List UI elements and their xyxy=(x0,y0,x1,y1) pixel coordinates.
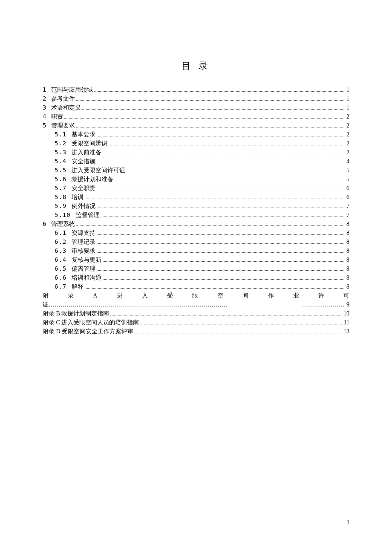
toc-entry-number: 5.10 xyxy=(43,211,76,220)
toc-entry: 5.8培训6 xyxy=(43,193,349,202)
toc-entry: 5.4安全措施4 xyxy=(43,157,349,166)
toc-entry-number: 6.3 xyxy=(43,246,72,255)
toc-entry-number: 5.9 xyxy=(43,202,72,211)
toc-leader-dots xyxy=(135,330,342,333)
toc-entry-label: 范围与应用领域 xyxy=(51,85,93,94)
toc-appendix-a-char: 业 xyxy=(293,291,299,300)
toc-appendix-page: 13 xyxy=(343,327,349,336)
toc-entry: 2参考文件1 xyxy=(43,94,349,103)
toc-entry-label: 管理系统 xyxy=(51,220,75,228)
toc-entry-number: 6.5 xyxy=(43,264,72,273)
toc-leader-dots xyxy=(85,286,345,289)
toc-leader-dots xyxy=(97,268,345,271)
toc-entry: 6.1资源支持8 xyxy=(43,228,349,237)
toc-appendix-a-prefix: 证……………………………………………………………………………… xyxy=(43,300,228,309)
toc-entry-label: 进入受限空间许可证 xyxy=(72,166,125,175)
toc-entry: 5.3进入前准备2 xyxy=(43,148,349,157)
toc-entry-label: 职责 xyxy=(51,112,63,121)
toc-entry-page: 8 xyxy=(346,255,349,264)
toc-entry-page: 7 xyxy=(346,211,349,220)
toc-entry-page: 2 xyxy=(346,139,349,148)
toc-appendix-a-char: A xyxy=(93,291,97,300)
toc-appendix-a-char: 限 xyxy=(192,291,198,300)
toc-entry-number: 5.3 xyxy=(43,148,72,157)
toc-entry: 5.7安全职责6 xyxy=(43,184,349,193)
toc-entry-number: 6.2 xyxy=(43,237,72,246)
toc-leader-dots xyxy=(97,232,345,235)
toc-entry: 6.5偏离管理8 xyxy=(43,264,349,273)
toc-entry: 6.6培训和沟通8 xyxy=(43,273,349,282)
toc-entry-page: 2 xyxy=(346,121,349,130)
table-of-contents: 1范围与应用领域12参考文件13术语和定义14职责25管理要求25.1基本要求2… xyxy=(43,85,349,336)
toc-entry-number: 2 xyxy=(43,94,51,103)
toc-leader-dots xyxy=(109,142,345,145)
toc-appendix-a-char: 可 xyxy=(343,291,349,300)
toc-leader-dots xyxy=(97,133,345,136)
toc-entry: 6.2管理记录8 xyxy=(43,237,349,246)
toc-entry-label: 管理记录 xyxy=(72,237,95,246)
toc-leader-dots xyxy=(76,98,345,101)
toc-leader-dots xyxy=(97,205,345,208)
page: 目 录 1范围与应用领域12参考文件13术语和定义14职责25管理要求25.1基… xyxy=(0,0,392,555)
toc-entry: 5.6救援计划和准备5 xyxy=(43,175,349,184)
toc-leader-dots xyxy=(127,169,345,172)
toc-entry-page: 4 xyxy=(346,157,349,166)
toc-entry-label: 受限空间辨识 xyxy=(72,139,107,148)
toc-leader-dots xyxy=(64,116,345,119)
toc-entry: 5.1基本要求2 xyxy=(43,130,349,139)
toc-leader-dots xyxy=(94,89,345,92)
toc-entry-number: 6.7 xyxy=(43,282,72,291)
toc-appendix-entry: 附录 C 进入受限空间人员的培训指南11 xyxy=(43,318,349,327)
toc-entry-label: 培训 xyxy=(72,193,84,202)
toc-entry-page: 2 xyxy=(346,148,349,157)
toc-appendix-label: 附录 C 进入受限空间人员的培训指南 xyxy=(43,318,139,327)
toc-entry: 3术语和定义1 xyxy=(43,103,349,112)
toc-entry: 5.5进入受限空间许可证5 xyxy=(43,166,349,175)
toc-entry-page: 1 xyxy=(346,94,349,103)
toc-entry-page: 1 xyxy=(346,103,349,112)
toc-entry-number: 5.5 xyxy=(43,166,72,175)
toc-leader-dots xyxy=(140,321,342,324)
toc-entry-label: 安全职责 xyxy=(72,184,95,193)
toc-title: 目 录 xyxy=(43,60,349,72)
toc-appendix-a-line1: 附录A进入受限空间作业许可 xyxy=(43,291,349,300)
toc-entry-label: 参考文件 xyxy=(51,94,75,103)
toc-entry-label: 解释 xyxy=(72,282,84,291)
toc-entry-number: 1 xyxy=(43,85,51,94)
toc-entry: 1范围与应用领域1 xyxy=(43,85,349,94)
toc-appendix-label: 附录 B 救援计划制定指南 xyxy=(43,309,109,318)
page-number: 1 xyxy=(347,519,349,525)
toc-entry-number: 6.6 xyxy=(43,273,72,282)
toc-entry-label: 审核要求 xyxy=(72,246,95,255)
toc-appendix-a-page: 9 xyxy=(346,300,349,309)
toc-appendix-entry: 附录 B 救援计划制定指南10 xyxy=(43,309,349,318)
toc-entry-page: 7 xyxy=(346,202,349,211)
toc-appendix-label: 附录 D 受限空间安全工作方案评审 xyxy=(43,327,133,336)
toc-leader-dots xyxy=(97,187,345,190)
toc-entry-number: 3 xyxy=(43,103,51,112)
toc-entry-page: 6 xyxy=(346,184,349,193)
toc-entry-label: 培训和沟通 xyxy=(72,273,101,282)
toc-entry-page: 8 xyxy=(346,237,349,246)
toc-entry-page: 8 xyxy=(346,273,349,282)
toc-entry-number: 6.4 xyxy=(43,255,72,264)
toc-leader-dots xyxy=(76,223,345,226)
toc-entry-label: 监督管理 xyxy=(76,211,100,220)
toc-entry: 5.9例外情况7 xyxy=(43,202,349,211)
toc-entry-number: 5.6 xyxy=(43,175,72,184)
toc-entry-page: 8 xyxy=(346,282,349,291)
toc-appendix-a-char: 间 xyxy=(242,291,248,300)
toc-appendix-a-leader2: ………………… xyxy=(303,300,345,309)
toc-leader-dots xyxy=(76,124,345,127)
toc-entry-number: 5 xyxy=(43,121,51,130)
toc-leader-dots xyxy=(103,259,345,262)
toc-entry-page: 8 xyxy=(346,246,349,255)
toc-appendix-a-char: 空 xyxy=(217,291,223,300)
toc-entry: 5.10监督管理7 xyxy=(43,211,349,220)
toc-leader-dots xyxy=(97,160,345,163)
toc-entry-number: 5.2 xyxy=(43,139,72,148)
toc-entry-label: 偏离管理 xyxy=(72,264,95,273)
toc-appendix-a-char: 受 xyxy=(167,291,173,300)
toc-entry-number: 5.8 xyxy=(43,193,72,202)
toc-entry-number: 5.1 xyxy=(43,130,72,139)
